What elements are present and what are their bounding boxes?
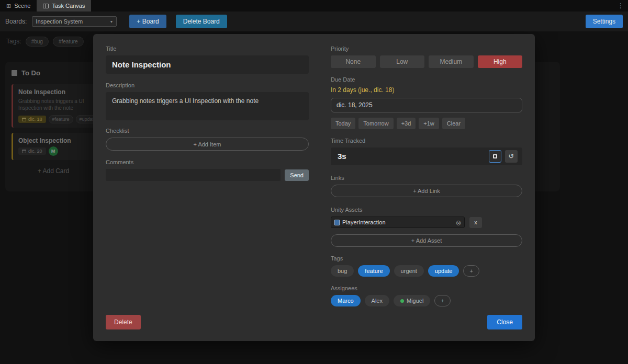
priority-high-button[interactable]: High bbox=[478, 55, 523, 68]
tag-chip-row: bug feature urgent update + bbox=[331, 265, 522, 277]
assignee-chip-row: Marco Alex Miguel + bbox=[331, 295, 522, 306]
scene-grid-icon: ⊞ bbox=[6, 3, 11, 9]
tab-scene[interactable]: ⊞ Scene bbox=[0, 0, 37, 12]
boards-label: Boards: bbox=[5, 18, 27, 25]
kebab-menu-icon[interactable]: ⋮ bbox=[613, 0, 628, 12]
due-date-hint: In 2 days (jue., dic. 18) bbox=[331, 86, 522, 94]
tab-task-canvas-label: Task Canvas bbox=[52, 3, 85, 9]
delete-board-button[interactable]: Delete Board bbox=[176, 15, 227, 28]
title-input[interactable]: Note Inspection bbox=[106, 55, 309, 74]
description-input[interactable]: Grabbing notes triggers a UI Inspection … bbox=[106, 92, 309, 120]
settings-button[interactable]: Settings bbox=[586, 15, 623, 28]
priority-low-button[interactable]: Low bbox=[380, 55, 425, 68]
comment-row: Send bbox=[106, 169, 309, 181]
top-bar: ⊞ Scene Task Canvas ⋮ bbox=[0, 0, 628, 12]
due-date-input[interactable]: dic. 18, 2025 bbox=[331, 98, 522, 112]
due-date-label: Due Date bbox=[331, 76, 522, 83]
asset-object-field[interactable]: PlayerInteraction ◎ bbox=[331, 217, 465, 228]
priority-medium-button[interactable]: Medium bbox=[429, 55, 474, 68]
asset-row: PlayerInteraction ◎ x bbox=[331, 217, 522, 228]
assignee-chip-alex[interactable]: Alex bbox=[365, 295, 389, 306]
tag-chip-feature[interactable]: feature bbox=[358, 265, 389, 277]
tab-task-canvas[interactable]: Task Canvas bbox=[37, 0, 91, 12]
timer-stop-button[interactable] bbox=[489, 150, 501, 163]
quick-tomorrow-button[interactable]: Tomorrow bbox=[358, 118, 393, 129]
add-tag-button[interactable]: + bbox=[463, 265, 479, 277]
description-label: Description bbox=[106, 82, 309, 88]
tags-label: Tags bbox=[331, 255, 522, 261]
checklist-label: Checklist bbox=[106, 128, 309, 134]
delete-task-button[interactable]: Delete bbox=[106, 315, 141, 329]
assignee-chip-marco[interactable]: Marco bbox=[331, 295, 361, 306]
stop-icon bbox=[493, 154, 497, 158]
add-assignee-button[interactable]: + bbox=[434, 295, 450, 306]
remove-asset-button[interactable]: x bbox=[469, 217, 482, 228]
chevron-down-icon: ▼ bbox=[109, 20, 113, 24]
quick-plus3d-button[interactable]: +3d bbox=[397, 118, 416, 129]
unity-assets-label: Unity Assets bbox=[331, 207, 522, 213]
time-tracked-label: Time Tracked bbox=[331, 138, 522, 144]
title-label: Title bbox=[106, 46, 309, 52]
add-board-button[interactable]: + Board bbox=[129, 15, 166, 28]
assignee-chip-miguel-label: Miguel bbox=[407, 298, 423, 304]
comment-input[interactable] bbox=[106, 169, 281, 181]
quick-plus1w-button[interactable]: +1w bbox=[419, 118, 439, 129]
timer-reset-button[interactable]: ↺ bbox=[505, 150, 518, 163]
priority-label: Priority bbox=[331, 46, 522, 52]
add-link-button[interactable]: + Add Link bbox=[331, 185, 522, 197]
assignees-label: Assignees bbox=[331, 285, 522, 291]
add-item-button[interactable]: + Add Item bbox=[106, 138, 309, 151]
script-icon bbox=[334, 220, 340, 225]
quick-today-button[interactable]: Today bbox=[331, 118, 355, 129]
assignee-chip-miguel[interactable]: Miguel bbox=[394, 295, 430, 306]
reset-icon: ↺ bbox=[509, 152, 514, 160]
board-toolbar: Boards: Inspection System ▼ + Board Dele… bbox=[0, 12, 628, 31]
tab-scene-label: Scene bbox=[14, 3, 30, 9]
add-asset-button[interactable]: + Add Asset bbox=[331, 234, 522, 247]
quick-clear-button[interactable]: Clear bbox=[442, 118, 465, 129]
modal-right-column: Priority None Low Medium High Due Date I… bbox=[331, 46, 522, 329]
close-modal-button[interactable]: Close bbox=[487, 315, 522, 329]
asset-name: PlayerInteraction bbox=[342, 219, 453, 225]
left-spacer bbox=[106, 181, 309, 315]
board-select-value: Inspection System bbox=[36, 18, 83, 25]
tag-chip-bug[interactable]: bug bbox=[331, 265, 354, 277]
links-label: Links bbox=[331, 175, 522, 181]
tag-chip-update[interactable]: update bbox=[428, 265, 459, 277]
board-select[interactable]: Inspection System ▼ bbox=[32, 16, 117, 27]
send-button[interactable]: Send bbox=[285, 169, 309, 181]
canvas-window-icon bbox=[43, 4, 49, 8]
task-detail-modal: Title Note Inspection Description Grabbi… bbox=[93, 34, 535, 341]
modal-left-column: Title Note Inspection Description Grabbi… bbox=[106, 46, 309, 329]
time-tracked-bar: 3s ↺ bbox=[331, 147, 522, 165]
time-tracked-value: 3s bbox=[338, 152, 346, 161]
priority-none-button[interactable]: None bbox=[331, 55, 376, 68]
quick-date-row: Today Tomorrow +3d +1w Clear bbox=[331, 118, 522, 129]
object-picker-icon[interactable]: ◎ bbox=[456, 219, 461, 226]
online-dot-icon bbox=[400, 299, 404, 303]
priority-button-group: None Low Medium High bbox=[331, 55, 522, 68]
comments-label: Comments bbox=[106, 159, 309, 165]
tag-chip-urgent[interactable]: urgent bbox=[394, 265, 424, 277]
